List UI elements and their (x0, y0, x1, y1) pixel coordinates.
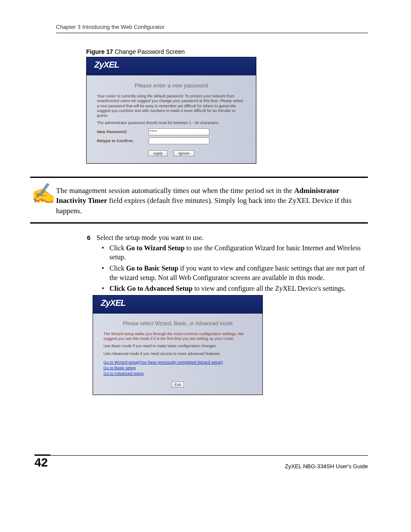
go-to-advanced-link[interactable]: Go to Advanced setup (103, 371, 252, 376)
step-text: Select the setup mode you want to use. (92, 234, 364, 242)
zyxel-logo: ZyXEL (94, 60, 119, 69)
retype-password-input[interactable] (149, 137, 209, 144)
wizard-desc: The Wizard setup walks you through the m… (103, 332, 252, 342)
change-password-screenshot: ZyXEL Please enter a new password Your r… (86, 57, 256, 164)
constraint-text: The administrator password should must b… (97, 121, 246, 125)
advanced-desc: Use Advanced mode if you need access to … (103, 352, 252, 356)
chapter-header: Chapter 3 Introducing the Web Configurat… (56, 24, 368, 33)
new-password-input[interactable]: •••• (149, 128, 209, 135)
ignore-button[interactable]: Ignore (174, 150, 194, 156)
page-number: 42 (34, 454, 50, 470)
bullet-item: Click Go to Wizard Setup to use the Conf… (102, 243, 368, 262)
screenshot-header: ZyXEL (93, 296, 262, 314)
go-to-basic-link[interactable]: Go to Basic setup (103, 365, 252, 370)
page-footer: 42 ZyXEL NBG-334SH User's Guide (34, 455, 368, 470)
apply-button[interactable]: Apply (148, 150, 168, 156)
exit-button[interactable]: Exit (171, 382, 184, 388)
dialog-heading: Please enter a new password (97, 82, 246, 89)
note-block: ✍ The management session automatically t… (30, 177, 368, 224)
note-icon: ✍ (30, 184, 56, 216)
figure-title: Change Password Screen (113, 48, 185, 55)
zyxel-logo: ZyXEL (101, 298, 125, 308)
warning-text: Your router is currently using the defau… (97, 94, 246, 118)
screenshot-header: ZyXEL (87, 57, 256, 75)
bullet-item: Click Go to Advanced Setup to view and c… (102, 284, 368, 293)
figure-number: Figure 17 (86, 48, 113, 55)
retype-password-label: Retype to Confirm: (97, 138, 149, 143)
step-number: 6 (56, 234, 90, 241)
mode-select-screenshot: ZyXEL Please select Wizard, Basic, or Ad… (93, 295, 263, 395)
guide-title: ZyXEL NBG-334SH User's Guide (50, 463, 368, 470)
figure-caption: Figure 17 Change Password Screen (86, 48, 368, 55)
note-pre: The management session automatically tim… (56, 187, 294, 195)
bullet-item: Click Go to Basic Setup if you want to v… (102, 264, 368, 282)
basic-desc: Use Basic mode if you need to make basic… (103, 344, 252, 348)
go-to-wizard-link[interactable]: Go to Wizard setup(You have previously c… (103, 360, 252, 364)
note-text: The management session automatically tim… (56, 184, 368, 216)
dialog-heading: Please select Wizard, Basic, or Advanced… (103, 320, 252, 327)
new-password-label: New Password: (97, 129, 149, 134)
